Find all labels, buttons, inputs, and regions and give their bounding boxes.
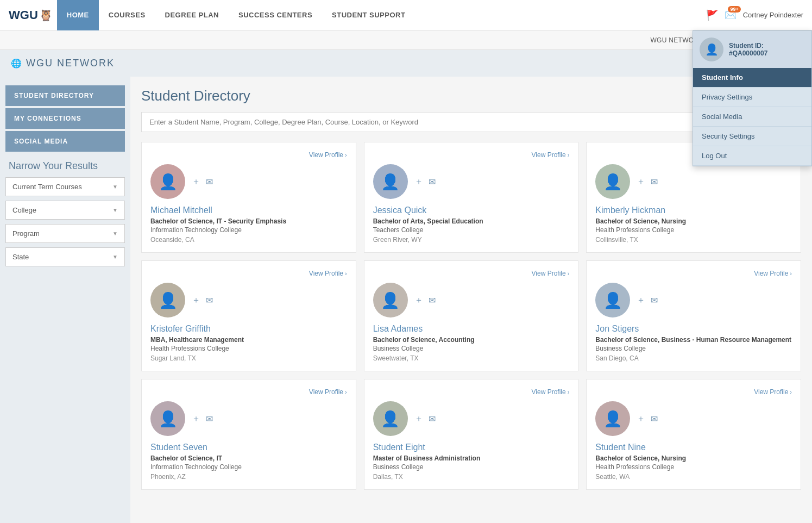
sidebar-btn-social-media[interactable]: SOCIAL MEDIA <box>5 131 125 152</box>
student-college: Business College <box>373 463 570 471</box>
dropdown-item-security[interactable]: Security Settings <box>693 127 811 146</box>
avatar-row: 👤 ＋ ✉ <box>373 401 570 436</box>
dropdown-item-logout[interactable]: Log Out <box>693 146 811 166</box>
message-icon[interactable]: ✉ <box>206 177 213 187</box>
filter-program[interactable]: Program ▼ <box>5 224 125 243</box>
student-college: Information Technology College <box>150 226 347 234</box>
chevron-down-icon: ▼ <box>112 254 118 260</box>
avatar: 👤 <box>150 283 185 317</box>
student-degree: Bachelor of Science, Accounting <box>373 336 570 344</box>
add-connection-icon[interactable]: ＋ <box>637 413 645 425</box>
card-top: View Profile › <box>150 151 347 159</box>
page-header: 🌐 WGU NETWORK <box>0 50 812 77</box>
card-top: View Profile › <box>373 270 570 277</box>
add-connection-icon[interactable]: ＋ <box>192 413 200 425</box>
student-name[interactable]: Jon Stigers <box>595 324 792 334</box>
avatar-row: 👤 ＋ ✉ <box>373 283 570 317</box>
student-name[interactable]: Student Nine <box>595 443 792 452</box>
card-top: View Profile › <box>373 151 570 159</box>
chevron-right-icon: › <box>790 270 792 277</box>
add-connection-icon[interactable]: ＋ <box>192 176 200 188</box>
nav-item-degree-plan[interactable]: DEGREE PLAN <box>155 0 229 30</box>
student-name[interactable]: Kristofer Griffith <box>150 324 347 334</box>
view-profile-link[interactable]: View Profile › <box>754 388 792 396</box>
main-layout: STUDENT DIRECTORY MY CONNECTIONS SOCIAL … <box>0 77 812 523</box>
avatar-actions: ＋ ✉ <box>637 176 658 188</box>
view-profile-link[interactable]: View Profile › <box>309 270 347 277</box>
avatar-row: 👤 ＋ ✉ <box>150 401 347 436</box>
add-connection-icon[interactable]: ＋ <box>637 295 645 306</box>
sub-nav: WGU NETWORK CONTACT MY MENTOR <box>0 30 812 50</box>
view-profile-link[interactable]: View Profile › <box>532 270 570 277</box>
avatar-actions: ＋ ✉ <box>192 413 213 425</box>
filter-state[interactable]: State ▼ <box>5 247 125 266</box>
filter-current-term[interactable]: Current Term Courses ▼ <box>5 177 125 196</box>
message-icon[interactable]: ✉ <box>651 414 658 424</box>
student-location: Collinsville, TX <box>595 236 792 244</box>
student-name[interactable]: Michael Mitchell <box>150 206 347 215</box>
student-college: Teachers College <box>373 226 570 234</box>
add-connection-icon[interactable]: ＋ <box>414 413 423 425</box>
notifications-icon-btn[interactable]: ✉️ 99+ <box>725 9 737 21</box>
nav-item-home[interactable]: HOME <box>57 0 99 30</box>
student-id-value: #QA0000007 <box>729 49 767 57</box>
add-connection-icon[interactable]: ＋ <box>414 295 423 306</box>
filter-college[interactable]: College ▼ <box>5 201 125 220</box>
avatar: 👤 <box>373 283 408 317</box>
student-location: Phoenix, AZ <box>150 473 347 481</box>
message-icon[interactable]: ✉ <box>206 295 213 306</box>
message-icon[interactable]: ✉ <box>206 414 213 424</box>
sidebar-btn-student-directory[interactable]: STUDENT DIRECTORY <box>5 85 125 106</box>
view-profile-link[interactable]: View Profile › <box>532 151 570 159</box>
add-connection-icon[interactable]: ＋ <box>192 295 200 306</box>
chevron-right-icon: › <box>568 270 570 277</box>
view-profile-link[interactable]: View Profile › <box>754 270 792 277</box>
avatar-actions: ＋ ✉ <box>414 413 436 425</box>
narrow-results-title: Narrow Your Results <box>9 160 122 172</box>
student-college: Information Technology College <box>150 463 347 471</box>
student-name[interactable]: Student Eight <box>373 443 570 452</box>
avatar-actions: ＋ ✉ <box>414 295 436 306</box>
nav-item-success-centers[interactable]: SUCCESS CENTERS <box>229 0 322 30</box>
view-profile-link[interactable]: View Profile › <box>532 388 570 396</box>
avatar: 👤 <box>595 164 630 199</box>
sidebar-btn-my-connections[interactable]: MY CONNECTIONS <box>5 108 125 129</box>
student-name[interactable]: Jessica Quick <box>373 206 570 215</box>
add-connection-icon[interactable]: ＋ <box>414 176 423 188</box>
student-location: Green River, WY <box>373 236 570 244</box>
message-icon[interactable]: ✉ <box>651 295 658 306</box>
avatar-row: 👤 ＋ ✉ <box>595 401 792 436</box>
card-top: View Profile › <box>595 270 792 277</box>
nav-right: 🚩 ✉️ 99+ Cortney Poindexter <box>706 9 803 21</box>
student-name[interactable]: Student Seven <box>150 443 347 452</box>
nav-item-courses[interactable]: COURSES <box>99 0 155 30</box>
message-icon[interactable]: ✉ <box>651 177 658 187</box>
student-degree: Bachelor of Arts, Special Education <box>373 217 570 225</box>
view-profile-link[interactable]: View Profile › <box>309 388 347 396</box>
student-grid: View Profile › 👤 ＋ ✉ Michael Mitchell Ba… <box>141 142 801 490</box>
message-icon[interactable]: ✉ <box>429 414 436 424</box>
dropdown-item-privacy[interactable]: Privacy Settings <box>693 88 811 107</box>
page-header-title: WGU NETWORK <box>26 58 115 69</box>
student-card: View Profile › 👤 ＋ ✉ Kristofer Griffith … <box>141 260 356 371</box>
user-name[interactable]: Cortney Poindexter <box>743 11 803 19</box>
dropdown-item-social[interactable]: Social Media <box>693 107 811 127</box>
flag-icon-btn[interactable]: 🚩 <box>706 9 718 21</box>
student-college: Health Professions College <box>595 226 792 234</box>
nav-items: HOME COURSES DEGREE PLAN SUCCESS CENTERS… <box>57 0 416 30</box>
message-icon[interactable]: ✉ <box>429 295 436 306</box>
student-name[interactable]: Lisa Adames <box>373 324 570 334</box>
avatar-row: 👤 ＋ ✉ <box>150 164 347 199</box>
message-icon[interactable]: ✉ <box>429 177 436 187</box>
student-card: View Profile › 👤 ＋ ✉ Jon Stigers Bachelo… <box>586 260 801 371</box>
nav-item-student-support[interactable]: STUDENT SUPPORT <box>322 0 415 30</box>
dropdown-item-student-info[interactable]: Student Info <box>693 68 811 88</box>
avatar: 👤 <box>595 283 630 317</box>
student-degree: Master of Business Administration <box>373 454 570 462</box>
logo-text: WGU <box>9 8 38 22</box>
add-connection-icon[interactable]: ＋ <box>637 176 645 188</box>
student-card: View Profile › 👤 ＋ ✉ Student Nine Bachel… <box>586 379 801 490</box>
logo[interactable]: WGU 🦉 <box>9 8 53 22</box>
student-name[interactable]: Kimberly Hickman <box>595 206 792 215</box>
view-profile-link[interactable]: View Profile › <box>309 151 347 159</box>
